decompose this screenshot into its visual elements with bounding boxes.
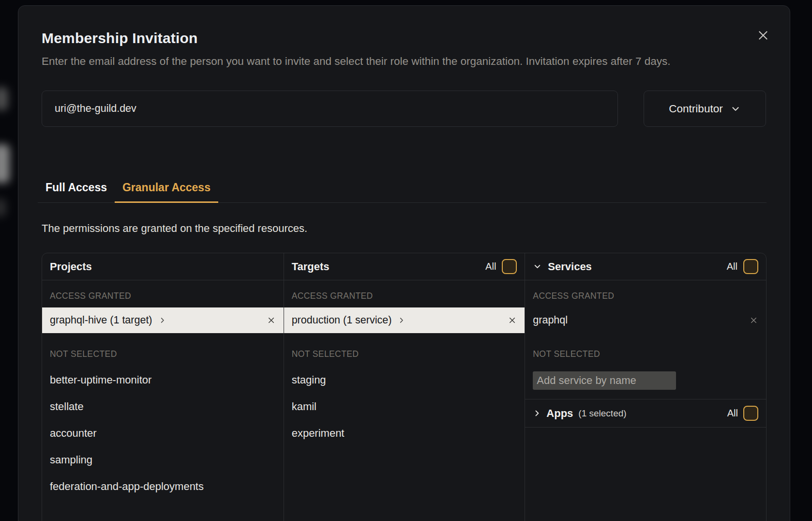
- role-selected-value: Contributor: [669, 103, 722, 115]
- list-item[interactable]: kamil: [284, 393, 525, 420]
- email-field[interactable]: [42, 91, 618, 127]
- list-item[interactable]: staging: [284, 367, 525, 393]
- targets-header: Targets All: [284, 253, 525, 280]
- access-granted-label: ACCESS GRANTED: [292, 291, 517, 301]
- tab-granular-access[interactable]: Granular Access: [115, 174, 218, 203]
- services-all-checkbox[interactable]: [743, 259, 758, 274]
- remove-service-icon[interactable]: [749, 316, 758, 325]
- role-select[interactable]: Contributor: [644, 91, 766, 127]
- services-title: Services: [548, 260, 592, 273]
- targets-title: Targets: [292, 260, 330, 273]
- targets-column: Targets All ACCESS GRANTED production (1…: [284, 253, 525, 521]
- list-item[interactable]: sampling: [42, 446, 284, 473]
- dialog-description: Enter the email address of the person yo…: [42, 52, 767, 70]
- close-icon[interactable]: [755, 27, 771, 44]
- list-item[interactable]: stellate: [42, 393, 284, 420]
- targets-all-checkbox[interactable]: [502, 259, 517, 274]
- services-column: Services All ACCESS GRANTED graphql NOT …: [525, 253, 766, 521]
- invite-row: Contributor: [42, 91, 767, 127]
- remove-project-icon[interactable]: [267, 316, 276, 325]
- services-all-label: All: [727, 261, 737, 272]
- apps-all-label: All: [727, 408, 738, 419]
- projects-not-selected-list: better-uptime-monitor stellate accounter…: [42, 367, 284, 500]
- apps-row[interactable]: Apps (1 selected) All: [525, 399, 766, 428]
- apps-selected-count: (1 selected): [578, 408, 626, 419]
- chevron-down-icon: [533, 262, 542, 271]
- chevron-down-icon: [730, 104, 741, 114]
- project-selected-row[interactable]: graphql-hive (1 target): [42, 307, 284, 333]
- list-item[interactable]: federation-and-app-deployments: [42, 473, 284, 500]
- background-blur-artifact: [0, 87, 8, 110]
- apps-all-checkbox[interactable]: [743, 406, 758, 421]
- targets-not-selected-list: staging kamil experiment: [284, 367, 525, 446]
- not-selected-label: NOT SELECTED: [292, 349, 517, 359]
- list-item[interactable]: accounter: [42, 420, 284, 446]
- permissions-note: The permissions are granted on the speci…: [42, 222, 767, 235]
- service-granted-label: graphql: [533, 314, 568, 326]
- membership-invitation-dialog: Membership Invitation Enter the email ad…: [18, 5, 790, 521]
- list-item[interactable]: better-uptime-monitor: [42, 367, 284, 393]
- projects-header: Projects: [42, 253, 284, 280]
- projects-column: Projects ACCESS GRANTED graphql-hive (1 …: [42, 253, 284, 521]
- remove-target-icon[interactable]: [508, 316, 517, 325]
- service-granted-row[interactable]: graphql: [525, 307, 766, 333]
- access-tabs: Full Access Granular Access: [38, 174, 767, 203]
- target-selected-row[interactable]: production (1 service): [284, 307, 525, 333]
- list-item[interactable]: experiment: [284, 420, 525, 446]
- project-selected-label: graphql-hive (1 target): [50, 314, 152, 326]
- services-header[interactable]: Services All: [525, 253, 766, 280]
- chevron-right-icon: [159, 317, 166, 324]
- background-blur-artifact: [0, 199, 6, 217]
- targets-all-label: All: [485, 261, 496, 272]
- tab-full-access[interactable]: Full Access: [38, 174, 115, 203]
- access-granted-label: ACCESS GRANTED: [533, 291, 758, 301]
- chevron-right-icon: [398, 317, 405, 324]
- apps-title: Apps: [546, 407, 573, 420]
- permissions-table: Projects ACCESS GRANTED graphql-hive (1 …: [42, 253, 767, 521]
- page-title: Membership Invitation: [42, 29, 767, 47]
- projects-title: Projects: [50, 260, 92, 273]
- add-service-input[interactable]: [533, 371, 676, 390]
- not-selected-label: NOT SELECTED: [50, 349, 276, 359]
- background-blur-artifact: [0, 144, 10, 183]
- target-selected-label: production (1 service): [292, 314, 392, 326]
- chevron-right-icon: [533, 409, 541, 417]
- access-granted-label: ACCESS GRANTED: [50, 291, 276, 301]
- not-selected-label: NOT SELECTED: [533, 349, 758, 359]
